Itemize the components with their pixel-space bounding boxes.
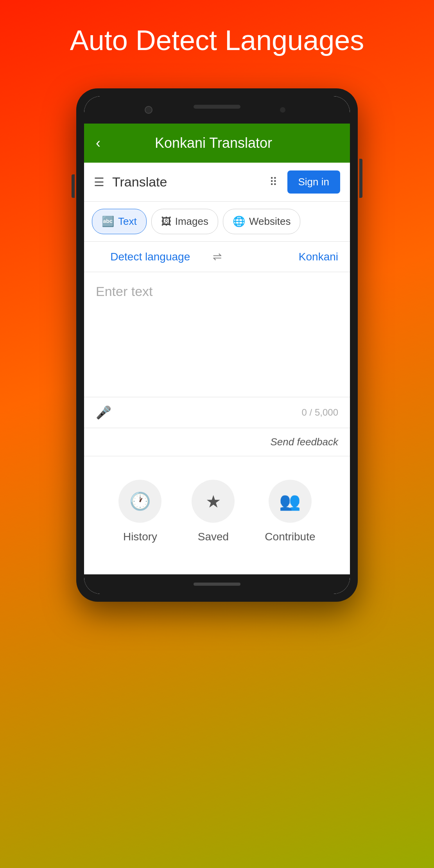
send-feedback-link[interactable]: Send feedback bbox=[271, 436, 338, 448]
star-icon: ★ bbox=[206, 491, 221, 511]
menu-icon[interactable]: ☰ bbox=[94, 175, 104, 189]
contribute-icon-circle: 👥 bbox=[269, 480, 312, 523]
volume-button bbox=[72, 174, 75, 198]
tab-text[interactable]: 🔤 Text bbox=[92, 209, 147, 234]
language-bar: Detect language ⇌ Konkani bbox=[84, 242, 350, 272]
bottom-icons: 🕐 History ★ Saved 👥 Con bbox=[96, 480, 338, 543]
swap-languages-icon[interactable]: ⇌ bbox=[213, 250, 222, 263]
char-count: 0 / 5,000 bbox=[302, 407, 338, 418]
saved-icon-circle: ★ bbox=[192, 480, 235, 523]
tab-bar: 🔤 Text 🖼 Images 🌐 Websites bbox=[84, 202, 350, 242]
microphone-icon[interactable]: 🎤 bbox=[96, 405, 111, 420]
toolbar: ☰ Translate ⠿ Sign in bbox=[84, 163, 350, 202]
saved-item[interactable]: ★ Saved bbox=[192, 480, 235, 543]
home-indicator bbox=[194, 583, 240, 586]
sign-in-button[interactable]: Sign in bbox=[287, 170, 341, 194]
text-input-area[interactable]: Enter text bbox=[84, 272, 350, 397]
feedback-area: Send feedback bbox=[84, 428, 350, 456]
text-icon: 🔤 bbox=[102, 215, 114, 228]
contribute-label: Contribute bbox=[265, 531, 315, 543]
text-placeholder: Enter text bbox=[96, 284, 153, 299]
phone-bezel-bottom bbox=[84, 574, 350, 594]
history-icon: 🕐 bbox=[129, 491, 151, 511]
target-language-button[interactable]: Konkani bbox=[230, 251, 339, 263]
history-item[interactable]: 🕐 History bbox=[118, 480, 161, 543]
saved-label: Saved bbox=[198, 531, 229, 543]
tab-images-label: Images bbox=[175, 215, 208, 228]
history-icon-circle: 🕐 bbox=[118, 480, 161, 523]
page-title: Auto Detect Languages bbox=[39, 0, 396, 88]
back-button[interactable]: ‹ bbox=[96, 135, 100, 151]
history-label: History bbox=[123, 531, 157, 543]
grid-icon[interactable]: ⠿ bbox=[269, 176, 278, 188]
tab-websites[interactable]: 🌐 Websites bbox=[223, 209, 300, 234]
app-title: Konkani Translator bbox=[108, 135, 319, 151]
tab-text-label: Text bbox=[118, 215, 137, 228]
power-button bbox=[359, 159, 362, 198]
phone-bezel-top bbox=[84, 96, 350, 124]
speaker-grille bbox=[194, 105, 240, 109]
front-camera bbox=[145, 106, 152, 114]
tab-images[interactable]: 🖼 Images bbox=[151, 209, 218, 234]
people-icon: 👥 bbox=[279, 491, 301, 511]
images-icon: 🖼 bbox=[161, 215, 171, 228]
text-area-footer: 🎤 0 / 5,000 bbox=[84, 397, 350, 428]
app-content: ☰ Translate ⠿ Sign in 🔤 Text 🖼 Images 🌐 … bbox=[84, 163, 350, 574]
bottom-section: 🕐 History ★ Saved 👥 Con bbox=[84, 456, 350, 574]
sensor bbox=[280, 107, 285, 113]
app-bar: ‹ Konkani Translator bbox=[84, 124, 350, 163]
source-language-button[interactable]: Detect language bbox=[96, 251, 205, 263]
phone-frame: ‹ Konkani Translator ☰ Translate ⠿ Sign … bbox=[76, 88, 358, 602]
contribute-item[interactable]: 👥 Contribute bbox=[265, 480, 315, 543]
tab-websites-label: Websites bbox=[249, 215, 291, 228]
websites-icon: 🌐 bbox=[233, 215, 245, 228]
toolbar-title: Translate bbox=[112, 174, 269, 190]
